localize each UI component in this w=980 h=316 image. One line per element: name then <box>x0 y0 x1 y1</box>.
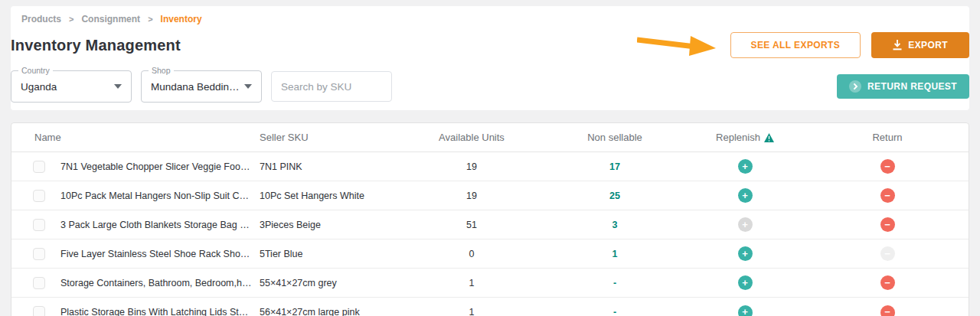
row-non-sellable[interactable]: - <box>546 307 684 316</box>
title-actions: SEE ALL EXPORTS EXPORT <box>637 32 969 58</box>
row-name: 3 Pack Large Cloth Blankets Storage Bag … <box>60 220 260 230</box>
return-request-label: RETURN REQUEST <box>867 81 957 92</box>
row-seller-sku: 3Pieces Beige <box>260 220 397 230</box>
country-select-label: Country <box>18 66 53 75</box>
return-button[interactable]: − <box>880 159 895 174</box>
chevron-down-icon <box>114 84 122 89</box>
row-seller-sku: 5Tier Blue <box>260 249 397 259</box>
replenish-button[interactable]: + <box>738 275 753 290</box>
circle-arrow-right-icon <box>849 80 861 93</box>
column-header-replenish-label: Replenish <box>716 132 760 143</box>
row-non-sellable[interactable]: 3 <box>546 220 684 230</box>
row-name: 7N1 Vegetable Chopper Slicer Veggie Food… <box>60 161 260 172</box>
row-name: Storage Containers, Bathroom, Bedroom,ha… <box>60 278 260 288</box>
column-header-non-sellable: Non sellable <box>546 132 684 143</box>
column-header-name: Name <box>11 132 260 143</box>
replenish-button[interactable]: + <box>738 159 753 174</box>
row-seller-sku: 10Pc Set Hangers White <box>260 191 397 201</box>
row-checkbox[interactable] <box>33 161 45 173</box>
breadcrumb-consignment[interactable]: Consignment <box>81 14 140 24</box>
chevron-down-icon <box>244 84 252 89</box>
replenish-button[interactable]: + <box>738 305 753 316</box>
table-body: 7N1 Vegetable Chopper Slicer Veggie Food… <box>11 152 969 316</box>
return-request-button[interactable]: RETURN REQUEST <box>837 74 969 99</box>
column-header-available-units: Available Units <box>397 132 546 143</box>
row-checkbox[interactable] <box>33 248 45 260</box>
breadcrumb-products[interactable]: Products <box>21 14 61 24</box>
breadcrumb-separator: > <box>148 15 152 24</box>
download-icon <box>893 40 902 50</box>
column-header-return: Return <box>806 132 969 143</box>
row-checkbox[interactable] <box>33 306 45 316</box>
row-available-units: 1 <box>397 278 546 288</box>
row-checkbox[interactable] <box>33 219 45 231</box>
inventory-table: Name Seller SKU Available Units Non sell… <box>11 122 969 316</box>
row-seller-sku: 7N1 PINK <box>260 161 397 172</box>
row-seller-sku: 56×41×27cm large pink <box>260 307 397 316</box>
row-non-sellable[interactable]: - <box>546 278 684 288</box>
page-header: Products > Consignment > Inventory Inven… <box>11 6 969 110</box>
breadcrumb-separator: > <box>69 15 74 24</box>
row-available-units: 19 <box>397 191 546 201</box>
title-row: Inventory Management SEE ALL EXPORTS EXP… <box>11 32 969 58</box>
export-button[interactable]: EXPORT <box>871 32 969 58</box>
table-row: 10Pc Pack Metal Hangers Non-Slip Suit Co… <box>11 181 969 210</box>
row-name: 10Pc Pack Metal Hangers Non-Slip Suit Co… <box>60 191 260 201</box>
return-button[interactable]: − <box>880 217 895 232</box>
breadcrumb-inventory: Inventory <box>161 14 202 24</box>
see-all-exports-button[interactable]: SEE ALL EXPORTS <box>730 32 861 58</box>
row-available-units: 19 <box>397 161 546 172</box>
row-available-units: 1 <box>397 307 546 316</box>
shop-select-label: Shop <box>149 66 174 75</box>
row-non-sellable[interactable]: 25 <box>546 191 684 201</box>
row-name: Five Layer Stainless Steel Shoe Rack Sho… <box>60 249 260 259</box>
row-non-sellable[interactable]: 1 <box>546 249 684 259</box>
row-checkbox[interactable] <box>33 190 45 202</box>
replenish-button[interactable]: + <box>738 246 753 261</box>
column-header-replenish: Replenish <box>684 132 806 143</box>
return-button: − <box>880 246 895 261</box>
return-button[interactable]: − <box>880 188 895 203</box>
row-non-sellable[interactable]: 17 <box>546 161 684 172</box>
table-header-row: Name Seller SKU Available Units Non sell… <box>11 123 969 152</box>
shop-select-value: Mundana Beddings - Mun... <box>151 81 244 93</box>
row-available-units: 51 <box>397 220 546 230</box>
table-row: 7N1 Vegetable Chopper Slicer Veggie Food… <box>11 152 969 181</box>
replenish-button[interactable]: + <box>738 188 753 203</box>
table-row: Five Layer Stainless Steel Shoe Rack Sho… <box>11 239 969 269</box>
return-button[interactable]: − <box>880 275 895 290</box>
table-row: Plastic Storage Bins With Latching Lids … <box>11 298 969 316</box>
search-sku-input[interactable] <box>271 71 392 102</box>
table-row: Storage Containers, Bathroom, Bedroom,ha… <box>11 269 969 298</box>
annotation-arrow-icon <box>637 34 717 57</box>
row-available-units: 0 <box>397 249 546 259</box>
table-row: 3 Pack Large Cloth Blankets Storage Bag … <box>11 210 969 239</box>
filters-row: Country Uganda Shop Mundana Beddings - M… <box>11 70 969 103</box>
page-title: Inventory Management <box>11 37 181 54</box>
replenish-button: + <box>738 217 753 232</box>
row-name: Plastic Storage Bins With Latching Lids … <box>60 307 260 316</box>
country-select-value: Uganda <box>21 81 61 93</box>
column-header-seller-sku: Seller SKU <box>260 132 397 143</box>
country-select[interactable]: Country Uganda <box>11 70 132 103</box>
row-seller-sku: 55×41×27cm grey <box>260 278 397 288</box>
breadcrumb: Products > Consignment > Inventory <box>11 9 969 31</box>
return-button[interactable]: − <box>880 305 895 316</box>
row-checkbox[interactable] <box>33 277 45 289</box>
warning-triangle-icon <box>764 133 774 142</box>
shop-select[interactable]: Shop Mundana Beddings - Mun... <box>141 70 262 103</box>
export-button-label: EXPORT <box>908 40 948 50</box>
